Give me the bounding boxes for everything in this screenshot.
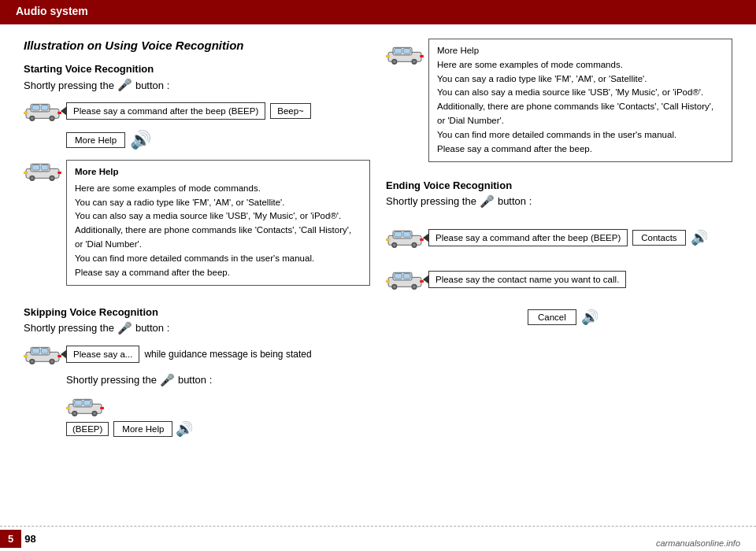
ending-bubble-1: Please say a command after the beep (BEE… [428,229,628,246]
svg-rect-68 [386,279,390,282]
speaker-icon-4: 🔊 [581,309,598,326]
mic-icon-1: 🎤 [117,78,132,92]
car-icon-4 [66,394,104,419]
svg-rect-39 [100,406,104,409]
skipping-title: Skipping Voice Recognition [24,306,370,318]
help-line-3: You can also say a media source like 'US… [75,209,361,224]
starting-bubble: Please say a command after the beep (BEE… [66,102,265,120]
svg-point-67 [413,285,416,288]
starting-instruction: Shortly pressing the 🎤 button : [24,78,370,92]
help-line-2: You can say a radio type like 'FM', 'AM'… [75,196,361,210]
help-line-4: Additionally, there are phone commands l… [75,224,361,252]
svg-rect-3 [41,105,48,111]
beep-label: Beep~ [270,103,311,119]
ending-illus-row-2: Please say the contact name you want to … [386,267,732,292]
svg-point-37 [93,412,96,415]
mic-icon-3: 🎤 [160,373,175,387]
svg-point-17 [50,177,54,180]
page-number: 98 [21,533,35,545]
skipping-instruction2: Shortly pressing the 🎤 button : [66,373,370,387]
svg-rect-33 [83,400,91,405]
left-column: Illustration on Using Voice Recognition … [24,39,370,438]
speaker-icon-1: 🔊 [130,130,151,150]
svg-rect-23 [41,348,48,353]
skipping-illus-row: Please say a... while guidance message i… [24,342,370,367]
right-column: More Help Here are some examples of mode… [386,39,732,438]
more-help-btn-1[interactable]: More Help [66,132,125,148]
svg-rect-28 [24,354,28,357]
svg-rect-49 [420,55,424,57]
skipping-beep-row2: (BEEP) More Help 🔊 [24,420,370,438]
speaker-icon-3: 🔊 [691,229,708,246]
rh-line-4: Additionally, there are phone commands l… [437,100,724,128]
rh-line-3: You can also say a media source like 'US… [437,86,724,100]
svg-rect-13 [41,165,48,171]
svg-rect-58 [386,238,390,240]
car-icon-2 [24,158,61,183]
svg-rect-12 [32,165,40,171]
car-icon-6 [386,225,424,250]
while-text: while guidance message is being stated [144,349,311,360]
svg-point-57 [413,243,416,246]
svg-point-35 [73,412,76,415]
help-line-6: Please say a command after the beep. [75,266,361,280]
help-box-row-left: More Help Here are some examples of mode… [24,155,370,290]
svg-rect-53 [403,231,410,237]
svg-rect-38 [66,406,70,409]
skipping-bubble: Please say a... [66,346,139,363]
car-icon-5 [386,42,424,67]
svg-rect-42 [395,49,402,54]
ending-bubble-2: Please say the contact name you want to … [428,271,626,288]
svg-rect-32 [75,400,83,405]
svg-rect-48 [386,55,390,57]
svg-point-25 [31,360,34,363]
contacts-btn[interactable]: Contacts [632,230,685,246]
starting-title: Starting Voice Recognition [24,63,370,75]
page-header: Audio system [0,0,756,22]
skipping-beep: (BEEP) [66,422,109,436]
mic-icon-2: 🎤 [117,321,132,335]
svg-rect-18 [24,172,28,174]
main-content: Illustration on Using Voice Recognition … [0,24,756,446]
svg-point-15 [31,177,34,180]
svg-rect-52 [395,231,402,237]
rh-line-5: You can find more detailed commands in t… [437,128,724,142]
ending-illus-row-1: Please say a command after the beep (BEE… [386,225,732,250]
rh-line-1: Here are some examples of mode commands. [437,58,724,72]
svg-point-45 [393,61,396,64]
right-help-title: More Help [437,44,724,58]
ending-instruction: Shortly pressing the 🎤 button : [386,194,732,209]
more-help-btn-2[interactable]: More Help [113,421,172,437]
mic-icon-4: 🎤 [480,194,495,209]
rh-line-2: You can say a radio type like 'FM', 'AM'… [437,72,724,87]
svg-rect-62 [395,273,402,279]
svg-point-7 [50,117,54,120]
svg-rect-8 [24,112,28,114]
right-help-row: More Help Here are some examples of mode… [386,39,732,172]
svg-rect-63 [403,273,410,279]
svg-point-55 [393,243,396,246]
svg-rect-43 [403,49,410,54]
svg-rect-19 [57,172,61,174]
cancel-btn[interactable]: Cancel [528,309,576,325]
car-icon-3 [24,342,61,367]
help-line-5: You can find more detailed commands in t… [75,252,361,266]
rh-line-6: Please say a command after the beep. [437,142,724,157]
footer-logo: carmanualsonline.info [656,538,740,548]
skipping-beep-row [66,394,370,419]
svg-rect-2 [32,105,40,111]
starting-illus-row: Please say a command after the beep (BEE… [24,98,370,124]
skipping-instruction: Shortly pressing the 🎤 button : [24,321,370,335]
right-help-box: More Help Here are some examples of mode… [428,39,732,162]
ending-title: Ending Voice Recognition [386,179,732,191]
footer: 5 98 carmanualsonline.info [0,526,756,551]
section-number: 5 [0,530,21,548]
help-line-1: Here are some examples of mode commands. [75,182,361,196]
car-icon-7 [386,267,424,292]
help-title-left: More Help [75,165,361,179]
speaker-icon-2: 🔊 [176,420,193,438]
section-main-title: Illustration on Using Voice Recognition [24,39,370,52]
ending-section: Ending Voice Recognition Shortly pressin… [386,179,732,326]
cancel-row: Cancel 🔊 [528,309,732,326]
svg-point-27 [50,360,54,363]
